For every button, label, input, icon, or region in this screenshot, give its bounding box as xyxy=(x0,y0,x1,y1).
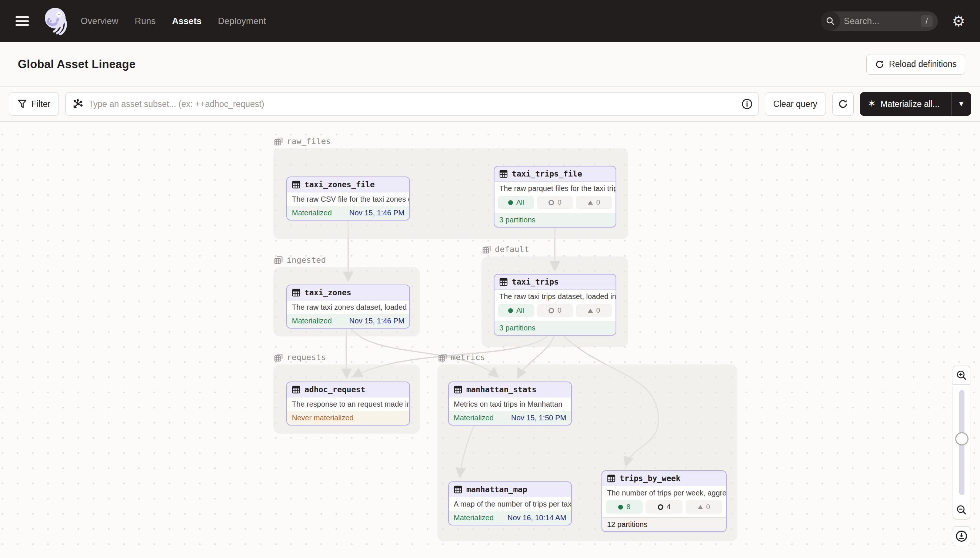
asset-name: manhattan_map xyxy=(466,485,527,494)
table-icon xyxy=(292,181,300,189)
asset-status-label: Materialized xyxy=(292,317,332,325)
nav-item-deployment[interactable]: Deployment xyxy=(218,16,266,26)
table-icon xyxy=(607,474,616,483)
zoom-in-button[interactable] xyxy=(953,366,970,385)
asset-node-header: taxi_trips xyxy=(494,274,616,290)
table-icon xyxy=(499,278,508,286)
partition-pill[interactable]: 4 xyxy=(646,500,682,514)
download-image-button[interactable] xyxy=(952,526,971,546)
info-icon[interactable] xyxy=(741,98,753,110)
partition-pill[interactable]: 0 xyxy=(576,196,612,209)
asset-node-header: adhoc_request xyxy=(287,382,409,397)
search-icon xyxy=(821,11,840,31)
materialized-dot-icon xyxy=(508,200,513,205)
asset-description: The response to an request made in th... xyxy=(287,397,409,411)
asset-status-label: Never materialized xyxy=(292,414,354,422)
download-icon xyxy=(955,530,968,542)
asset-node-manhattan_map[interactable]: manhattan_map A map of the number of tri… xyxy=(448,481,572,525)
asset-name: taxi_trips xyxy=(512,277,558,286)
asset-status-label: 3 partitions xyxy=(499,324,535,332)
table-icon xyxy=(454,486,462,494)
partition-pill[interactable]: 0 xyxy=(576,304,612,317)
asset-node-taxi_zones[interactable]: taxi_zones The raw taxi zones dataset, l… xyxy=(286,284,410,328)
failed-ring-icon xyxy=(548,308,554,313)
partition-status-pills: 840 xyxy=(602,499,726,517)
refresh-graph-button[interactable] xyxy=(832,92,854,116)
page-title: Global Asset Lineage xyxy=(18,58,135,71)
asset-group-label-metrics[interactable]: metrics xyxy=(438,353,485,362)
nav-item-runs[interactable]: Runs xyxy=(135,16,156,26)
partition-status-pills: All00 xyxy=(494,195,616,213)
asset-materialization-time[interactable]: Nov 16, 10:14 AM xyxy=(507,514,566,522)
zoom-slider-thumb[interactable] xyxy=(955,432,968,445)
filter-button[interactable]: Filter xyxy=(9,92,59,116)
asset-group-label-raw_files[interactable]: raw_files xyxy=(274,136,331,146)
clear-query-button[interactable]: Clear query xyxy=(765,92,826,116)
asset-status-label: Materialized xyxy=(454,514,494,522)
asset-node-trips_by_week[interactable]: trips_by_week The number of trips per we… xyxy=(601,470,727,532)
reload-definitions-button[interactable]: Reload definitions xyxy=(866,54,965,75)
asset-node-taxi_trips_file[interactable]: taxi_trips_file The raw parquet files fo… xyxy=(494,166,616,228)
materialized-dot-icon xyxy=(618,505,623,510)
asset-node-adhoc_request[interactable]: adhoc_request The response to an request… xyxy=(286,381,410,425)
dagster-logo-icon[interactable] xyxy=(44,7,68,35)
asset-materialization-time[interactable]: Nov 15, 1:46 PM xyxy=(349,209,404,217)
partition-pill[interactable]: 0 xyxy=(537,304,573,317)
asset-description: A map of the number of trips per taxi z.… xyxy=(449,497,571,510)
sparkle-icon: ✶ xyxy=(868,99,876,109)
asset-node-taxi_trips[interactable]: taxi_trips The raw taxi trips dataset, l… xyxy=(494,274,616,336)
asset-node-taxi_zones_file[interactable]: taxi_zones_file The raw CSV file for the… xyxy=(286,177,410,220)
asset-group-label-ingested[interactable]: ingested xyxy=(274,255,326,264)
asset-node-header: taxi_zones xyxy=(287,285,409,300)
asset-status-footer: 12 partitions xyxy=(602,517,726,531)
asset-node-header: taxi_zones_file xyxy=(287,177,409,192)
dagster-asset-lineage-app: Overview Runs Assets Deployment / ⚙ Glob… xyxy=(0,0,980,558)
asset-node-header: manhattan_stats xyxy=(449,382,571,397)
asset-description: The raw CSV file for the taxi zones dat.… xyxy=(287,192,409,206)
materialize-all-button[interactable]: ✶ Materialize all... ▼ xyxy=(860,92,971,116)
asset-node-header: trips_by_week xyxy=(602,471,726,486)
gear-icon[interactable]: ⚙ xyxy=(952,14,965,28)
global-search[interactable]: / xyxy=(821,11,938,31)
nav-item-overview[interactable]: Overview xyxy=(81,16,119,26)
asset-name: manhattan_stats xyxy=(466,385,537,394)
refresh-icon xyxy=(838,99,848,109)
asset-node-header: manhattan_map xyxy=(449,482,571,497)
filter-icon xyxy=(17,99,27,109)
menu-icon[interactable] xyxy=(15,15,30,27)
asset-subset-input[interactable] xyxy=(65,92,759,116)
asset-group-label-default[interactable]: default xyxy=(482,245,529,254)
partition-pill[interactable]: All xyxy=(498,196,534,209)
asset-status-footer: MaterializedNov 15, 1:46 PM xyxy=(287,314,409,328)
materialize-all-main[interactable]: ✶ Materialize all... xyxy=(860,92,947,115)
zoom-out-icon xyxy=(956,504,967,515)
lineage-toolbar: Filter Clear query ✶ Materialize all... … xyxy=(0,87,980,122)
asset-status-label: 3 partitions xyxy=(499,216,535,224)
asset-status-footer: 3 partitions xyxy=(494,213,616,227)
partition-pill[interactable]: 0 xyxy=(537,196,573,209)
asset-name: adhoc_request xyxy=(305,385,365,394)
asset-materialization-time[interactable]: Nov 15, 1:50 PM xyxy=(511,414,566,422)
asset-description: Metrics on taxi trips in Manhattan xyxy=(449,397,571,411)
top-navigation-bar: Overview Runs Assets Deployment / ⚙ xyxy=(0,0,980,42)
asset-name: trips_by_week xyxy=(619,474,680,483)
asset-description: The raw parquet files for the taxi trips… xyxy=(494,182,616,195)
partition-status-pills: All00 xyxy=(494,303,616,321)
nav-links: Overview Runs Assets Deployment xyxy=(81,16,266,26)
materialize-dropdown-caret[interactable]: ▼ xyxy=(952,92,971,115)
partition-pill[interactable]: All xyxy=(498,304,534,317)
nav-item-assets[interactable]: Assets xyxy=(172,16,201,26)
asset-materialization-time[interactable]: Nov 15, 1:46 PM xyxy=(349,317,404,325)
asset-group-label-requests[interactable]: requests xyxy=(274,353,326,362)
table-icon xyxy=(454,386,462,394)
asset-status-footer: Never materialized xyxy=(287,411,409,425)
table-icon xyxy=(292,386,300,394)
lineage-canvas[interactable]: raw_files ingested default requests metr… xyxy=(0,122,980,558)
zoom-slider xyxy=(953,385,970,500)
partition-pill[interactable]: 8 xyxy=(606,500,642,514)
asset-status-footer: MaterializedNov 16, 10:14 AM xyxy=(449,510,571,525)
asset-node-manhattan_stats[interactable]: manhattan_stats Metrics on taxi trips in… xyxy=(448,381,572,425)
zoom-out-button[interactable] xyxy=(953,500,970,520)
asset-status-footer: MaterializedNov 15, 1:46 PM xyxy=(287,206,409,220)
partition-pill[interactable]: 0 xyxy=(685,500,722,514)
